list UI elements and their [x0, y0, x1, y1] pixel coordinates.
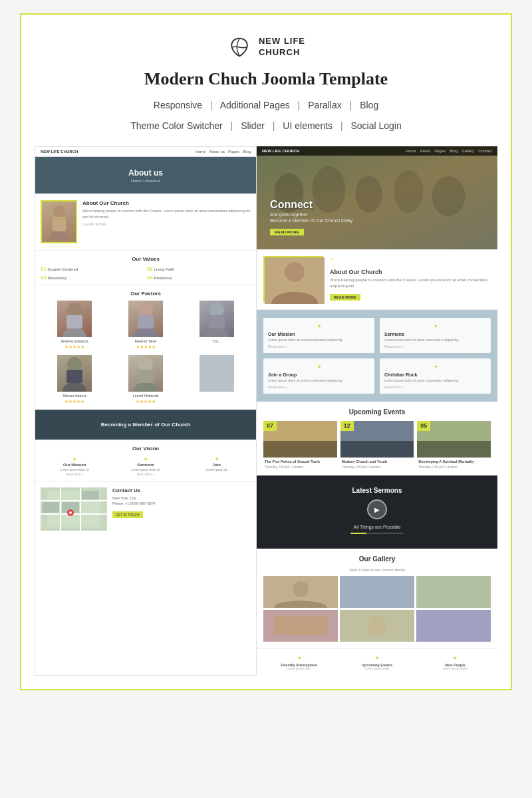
right-gallery: Our Gallery Take a look at our church fa…	[257, 549, 497, 648]
person-svg	[46, 203, 72, 240]
right-sermons: Latest Sermons ▶ All Things are Possible	[257, 475, 497, 549]
gallery-item-1	[263, 576, 338, 608]
gallery-item-3	[416, 576, 491, 608]
svg-rect-41	[416, 576, 491, 608]
svg-rect-43	[274, 616, 327, 635]
value-item-2: 02 Living Faith	[147, 266, 251, 272]
pastor-card-1: Andrew Edwards ★★★★★	[41, 301, 108, 350]
svg-point-10	[138, 357, 153, 372]
svg-rect-7	[209, 315, 225, 329]
mission-item-1: ✦ Our Mission Lorem ipsum dolor sit amet…	[263, 318, 374, 353]
right-hero-text: Connect and grow together Become a Membe…	[270, 199, 352, 236]
event-card-3: 05 Developing A Spiritual Mentality Thur…	[417, 421, 491, 469]
pastor-card-2: Eleanor Wise ★★★★★	[112, 301, 180, 350]
svg-rect-3	[66, 315, 82, 329]
right-mission-grid: ✦ Our Mission Lorem ipsum dolor sit amet…	[263, 318, 491, 394]
right-nav: NEW LIFE CHURCH Home About Pages Blog Ga…	[257, 146, 497, 156]
svg-point-22	[69, 511, 72, 514]
logo-text: NEW LIFE CHURCH	[259, 36, 305, 59]
right-about: " About Our Church We're helping people …	[257, 249, 497, 310]
svg-point-0	[53, 205, 65, 217]
value-item-4: 04 Relational	[147, 275, 251, 281]
gallery-grid	[263, 576, 491, 642]
svg-rect-46	[416, 610, 491, 642]
svg-point-2	[67, 303, 82, 317]
pastors-grid: Andrew Edwards ★★★★★ Eleanor Wise ★	[41, 301, 251, 350]
mission-item-4: ✦ Christian Rock Lorem ipsum dolor sit a…	[380, 358, 491, 394]
gallery-item-5	[340, 610, 414, 642]
sermon-bar-fill	[350, 533, 366, 534]
vision-item-3: ✦ Join Lorem ipsum sit	[182, 456, 251, 476]
gallery-item-2	[340, 576, 414, 608]
gallery-item-6	[416, 610, 491, 642]
right-mission-bg: ✦ Our Mission Lorem ipsum dolor sit amet…	[257, 310, 497, 402]
pastor-card-6	[183, 355, 251, 404]
vision-grid: ✦ Our Mission Lorem ipsum dolor sit Read…	[41, 456, 251, 476]
svg-rect-20	[43, 502, 59, 513]
right-col-home: NEW LIFE CHURCH Home About Pages Blog Ga…	[257, 146, 497, 676]
logo-icon	[227, 35, 252, 60]
footer-icon-2: ✦ Upcoming Events Lorem ipsum dolor	[340, 654, 414, 670]
svg-point-6	[209, 303, 224, 317]
left-map	[41, 487, 107, 531]
left-nav-links: Home About us Pages Blog	[195, 150, 251, 154]
footer-icon-1: ✦ Friendly Atmosphere Lorem ipsum dolor	[262, 654, 336, 670]
preview-area: NEW LIFE CHURCH Home About us Pages Blog…	[35, 146, 497, 676]
logo-area: NEW LIFE CHURCH	[35, 35, 497, 60]
events-grid: 07 The Five Points of Gospel Truth Thurs…	[263, 421, 491, 469]
svg-point-31	[285, 262, 305, 282]
event-card-1: 07 The Five Points of Gospel Truth Thurs…	[263, 421, 337, 469]
product-card: NEW LIFE CHURCH Modern Chuch Joomla Temp…	[20, 13, 512, 690]
left-about-img	[41, 200, 77, 243]
pastor-img-2	[128, 301, 163, 337]
svg-rect-5	[138, 315, 154, 329]
right-nav-links: Home About Pages Blog Gallery Contact	[406, 149, 492, 153]
pastor-card-5: Linnell Hollands ★★★★★	[112, 355, 180, 404]
pastor-img-4	[57, 355, 92, 392]
svg-point-8	[67, 357, 82, 372]
feature-row-1: Responsive | Additional Pages | Parallax…	[35, 97, 497, 114]
left-vision: Our Vision ✦ Our Mission Lorem ipsum dol…	[35, 440, 256, 481]
left-about-text: About Our Church We're helping people to…	[82, 200, 251, 243]
feature-row-2: Theme Color Switcher | Slider | UI eleme…	[35, 118, 497, 134]
left-nav: NEW LIFE CHURCH Home About us Pages Blog	[35, 147, 256, 157]
left-contact: Contact Us New York, City Phone: +1 (609…	[35, 481, 256, 536]
gallery-item-4	[263, 610, 338, 642]
vision-item-1: ✦ Our Mission Lorem ipsum dolor sit Read…	[41, 456, 109, 476]
left-values: Our Values 01 Gospel-Centered 02 Living …	[35, 250, 256, 285]
right-hero: NEW LIFE CHURCH Home About Pages Blog Ga…	[257, 146, 497, 249]
play-button[interactable]: ▶	[367, 499, 387, 519]
right-about-text: " About Our Church We're helping people …	[330, 256, 491, 303]
svg-point-45	[367, 616, 387, 636]
svg-rect-19	[82, 491, 99, 499]
left-pastors: Our Pastors Andrew Edwards ★★★★★	[35, 285, 256, 410]
mission-item-2: ✦ Sermons Lorem ipsum dolor sit amet con…	[380, 318, 491, 353]
sermon-progress-bar	[350, 533, 404, 534]
pastor-img-1	[57, 301, 92, 337]
vision-item-2: ✦ Sermons Lorem ipsum dolor sit Read Mor…	[112, 456, 180, 476]
main-title: Modern Chuch Joomla Template	[35, 69, 497, 89]
footer-icon-3: ✦ New People Lorem ipsum dolor	[418, 654, 492, 670]
svg-point-4	[138, 303, 153, 317]
left-about-section: About Our Church We're helping people to…	[35, 194, 256, 250]
svg-rect-1	[53, 217, 66, 231]
svg-rect-40	[340, 576, 414, 608]
event-card-2: 12 Modern Church and Youth Thursday, 3:0…	[340, 421, 414, 469]
svg-rect-11	[138, 370, 154, 383]
pastor-card-3: Col...	[183, 301, 251, 350]
pastor-img-3	[200, 301, 234, 337]
left-values-grid: 01 Gospel-Centered 02 Living Faith 03 Mi…	[41, 266, 251, 281]
svg-point-39	[293, 581, 309, 597]
left-nav-logo: NEW LIFE CHURCH	[41, 150, 78, 154]
right-footer-icons: ✦ Friendly Atmosphere Lorem ipsum dolor …	[257, 648, 497, 676]
mission-item-3: ✦ Join a Group Lorem ipsum dolor sit ame…	[263, 358, 374, 394]
right-about-img	[263, 256, 323, 303]
svg-rect-35	[340, 441, 414, 458]
left-member-banner: Becoming a Member of Our Church	[35, 410, 256, 440]
value-item-1: 01 Gospel-Centered	[41, 266, 144, 272]
pastor-img-6	[200, 355, 234, 392]
svg-rect-9	[66, 370, 82, 383]
pastors-grid-2: Steven Adams ★★★★★ Linnell Hollands	[41, 355, 251, 404]
pastor-card-4: Steven Adams ★★★★★	[41, 355, 108, 404]
value-item-3: 03 Missionary	[41, 275, 144, 281]
